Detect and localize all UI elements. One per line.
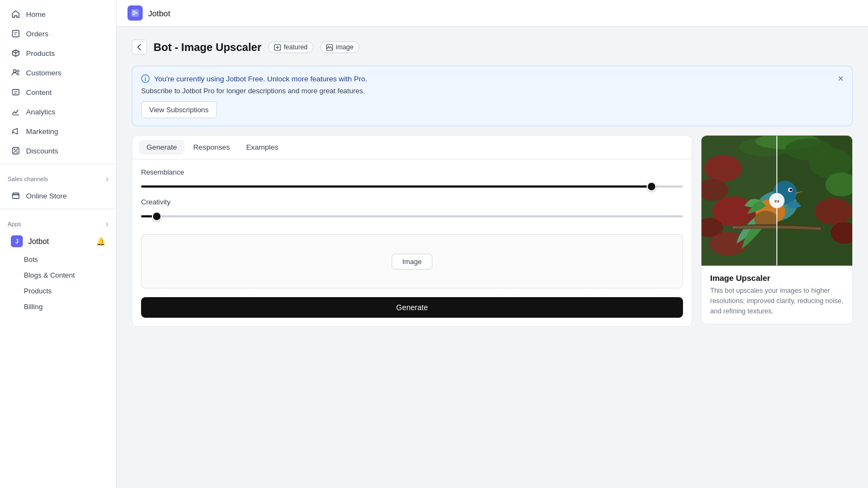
resemblance-slider[interactable] — [141, 185, 683, 188]
svg-point-30 — [789, 189, 792, 191]
home-icon — [11, 9, 21, 19]
sidebar-sub-item-products[interactable]: Products — [3, 284, 113, 298]
bird-scene-svg: ⇔ — [701, 136, 852, 266]
svg-point-11 — [328, 46, 329, 47]
creativity-row: Creativity — [141, 198, 683, 219]
svg-point-13 — [145, 76, 146, 78]
marketing-icon — [11, 126, 21, 136]
info-icon — [141, 74, 150, 83]
content-area: Bot - Image Upscaler featured image You'… — [117, 27, 868, 488]
preview-description: This bot upscales your images to higher … — [710, 286, 844, 316]
tab-responses[interactable]: Responses — [186, 140, 238, 155]
jotbot-label: Jotbot — [28, 237, 49, 246]
apps-expand[interactable]: › — [106, 219, 108, 229]
divider-2 — [0, 209, 116, 209]
svg-point-4 — [14, 149, 15, 150]
preview-card-body: Image Upscaler This bot upscales your im… — [701, 266, 852, 324]
svg-point-1 — [14, 70, 16, 73]
creativity-slider[interactable] — [141, 215, 683, 217]
preview-title: Image Upscaler — [710, 273, 844, 282]
sidebar-item-marketing[interactable]: Marketing — [3, 122, 113, 140]
jotbot-logo: J — [11, 235, 23, 247]
image-upload-button[interactable]: Image — [392, 254, 432, 269]
back-button[interactable] — [132, 40, 147, 55]
svg-point-5 — [16, 151, 17, 152]
sidebar-item-customers[interactable]: Customers — [3, 63, 113, 82]
main-card: Generate Responses Examples Resemblance … — [132, 135, 692, 327]
sidebar-item-online-store[interactable]: Online Store — [3, 187, 113, 205]
image-tag: image — [320, 41, 360, 53]
topbar-title: Jotbot — [148, 9, 170, 18]
svg-rect-33 — [701, 136, 777, 265]
sidebar-item-home[interactable]: Home — [3, 5, 113, 23]
preview-card: ⇔ Image Upscaler This bot upscales your … — [701, 135, 853, 324]
two-col-layout: Generate Responses Examples Resemblance … — [132, 135, 853, 327]
content-icon — [11, 87, 21, 97]
svg-point-26 — [785, 139, 833, 160]
sliders-section: Resemblance Creativity — [132, 159, 692, 234]
svg-rect-3 — [12, 89, 19, 95]
preview-image-container: ⇔ — [701, 136, 852, 266]
sales-channels-expand[interactable]: › — [106, 174, 108, 184]
store-icon — [11, 191, 21, 201]
sidebar-item-products[interactable]: Products — [3, 44, 113, 62]
orders-icon — [11, 29, 21, 38]
view-subscriptions-button[interactable]: View Subscriptions — [141, 101, 217, 118]
tab-generate[interactable]: Generate — [139, 140, 184, 155]
svg-text:⇔: ⇔ — [774, 197, 780, 205]
featured-tag: featured — [268, 41, 314, 53]
topbar-logo — [127, 5, 143, 21]
generate-button[interactable]: Generate — [141, 297, 683, 318]
customers-icon — [11, 68, 21, 78]
analytics-icon — [11, 107, 21, 117]
sidebar-item-jotbot[interactable]: J Jotbot 🔔 — [3, 232, 113, 251]
banner-sub-message: Subscribe to Jotbot Pro for longer descr… — [141, 87, 844, 95]
sidebar-item-orders[interactable]: Orders — [3, 24, 113, 43]
sidebar-item-discounts[interactable]: Discounts — [3, 142, 113, 160]
sidebar-item-content[interactable]: Content — [3, 83, 113, 101]
tab-examples[interactable]: Examples — [239, 140, 286, 155]
svg-rect-7 — [12, 195, 19, 198]
right-column: ⇔ Image Upscaler This bot upscales your … — [701, 135, 853, 327]
sales-channels-section: Sales channels › — [0, 170, 116, 186]
creativity-label: Creativity — [141, 198, 683, 206]
sidebar-item-analytics[interactable]: Analytics — [3, 102, 113, 121]
svg-rect-0 — [12, 30, 19, 37]
info-banner: You're currently using Jotbot Free. Unlo… — [132, 66, 853, 126]
left-column: Generate Responses Examples Resemblance … — [132, 135, 692, 327]
svg-point-22 — [815, 198, 853, 225]
discounts-icon — [11, 146, 21, 156]
svg-point-2 — [17, 70, 19, 72]
bell-icon: 🔔 — [96, 237, 105, 246]
upload-area[interactable]: Image — [141, 234, 683, 288]
main-content: Jotbot Bot - Image Upscaler featured ima… — [117, 0, 868, 488]
resemblance-label: Resemblance — [141, 168, 683, 176]
page-title: Bot - Image Upscaler — [154, 41, 261, 54]
apps-section: Apps › — [0, 215, 116, 231]
resemblance-row: Resemblance — [141, 168, 683, 189]
sidebar-sub-item-blogs-content[interactable]: Blogs & Content — [3, 268, 113, 282]
sidebar: Home Orders Products Customers Content A… — [0, 0, 117, 488]
divider-1 — [0, 164, 116, 164]
sidebar-sub-item-bots[interactable]: Bots — [3, 252, 113, 267]
sidebar-sub-item-billing[interactable]: Billing — [3, 299, 113, 314]
tab-bar: Generate Responses Examples — [132, 136, 692, 159]
page-header: Bot - Image Upscaler featured image — [132, 40, 853, 55]
topbar: Jotbot — [117, 0, 868, 27]
products-icon — [11, 48, 21, 58]
banner-close-button[interactable]: × — [838, 74, 844, 84]
